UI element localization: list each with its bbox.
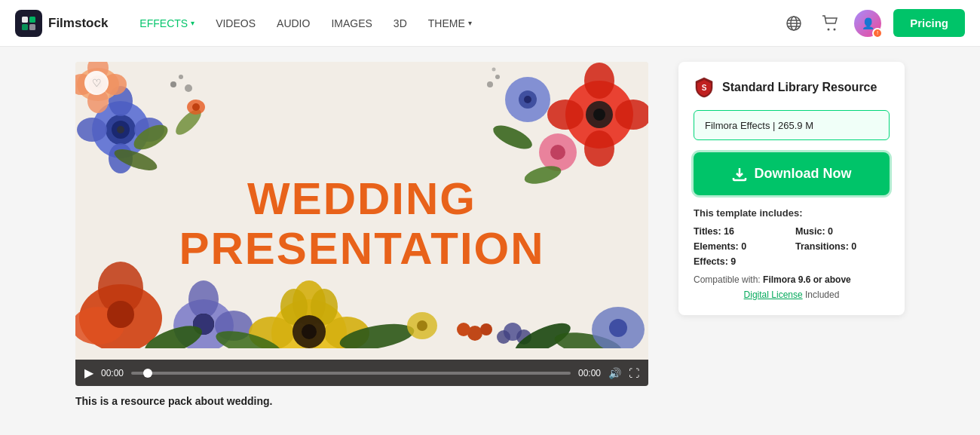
stat-effects: Effects: 9: [694, 256, 788, 267]
nav-audio[interactable]: AUDIO: [268, 11, 319, 35]
download-icon: [732, 167, 747, 182]
wedding-line1: WEDDING: [179, 174, 544, 224]
svg-rect-0: [22, 17, 28, 23]
stat-transitions: Transitions: 0: [795, 241, 890, 252]
svg-point-50: [492, 68, 496, 72]
resource-description: This is a resource pack about wedding.: [75, 395, 660, 407]
main-content: ♡: [0, 47, 980, 435]
svg-point-78: [497, 330, 510, 344]
svg-point-10: [834, 28, 836, 30]
license-suffix: Included: [805, 289, 839, 300]
svg-rect-3: [29, 24, 35, 30]
avatar[interactable]: 👤 !: [854, 10, 881, 37]
nav-effects[interactable]: EFFECTS ▾: [130, 11, 204, 35]
svg-point-56: [188, 280, 219, 318]
stat-music: Music: 0: [795, 226, 890, 237]
svg-point-15: [77, 118, 107, 142]
video-container: ♡: [75, 62, 660, 407]
file-info-text: Filmora Effects | 265.9 M: [705, 120, 813, 131]
play-button[interactable]: ▶: [84, 366, 93, 380]
svg-point-45: [550, 145, 565, 160]
globe-icon[interactable]: [782, 11, 806, 35]
header: Filmstock EFFECTS ▾ VIDEOS AUDIO IMAGES …: [0, 0, 980, 47]
svg-point-49: [487, 81, 493, 87]
svg-rect-2: [22, 24, 28, 30]
compatible-value: Filmora 9.6 or above: [763, 274, 851, 285]
svg-point-46: [490, 121, 535, 154]
file-info-box: Filmora Effects | 265.9 M: [694, 110, 890, 140]
end-time: 00:00: [578, 368, 601, 378]
shield-icon: S: [694, 77, 715, 98]
favorite-button[interactable]: ♡: [84, 71, 109, 95]
svg-point-74: [480, 323, 492, 335]
logo-area[interactable]: Filmstock: [15, 10, 108, 37]
resource-header: S Standard Library Resource: [694, 77, 890, 98]
svg-point-43: [524, 96, 531, 103]
video-controls: ▶ 00:00 00:00 🔊 ⛶: [75, 360, 648, 386]
resource-title: Standard Library Resource: [722, 81, 877, 94]
svg-point-35: [584, 63, 614, 99]
cart-icon[interactable]: [818, 11, 842, 35]
stat-titles: Titles: 16: [694, 226, 788, 237]
svg-point-37: [547, 100, 583, 130]
chevron-down-icon: ▾: [191, 19, 194, 27]
nav-images[interactable]: IMAGES: [322, 11, 381, 35]
digital-license-link[interactable]: Digital License: [744, 289, 803, 300]
license-text: Digital License Included: [694, 289, 890, 300]
svg-point-48: [495, 75, 500, 79]
svg-point-21: [185, 84, 192, 92]
video-bg: ♡: [75, 62, 648, 386]
svg-point-75: [457, 323, 470, 336]
svg-rect-1: [29, 17, 35, 23]
svg-point-20: [179, 75, 183, 79]
pricing-button[interactable]: Pricing: [893, 9, 965, 37]
compatible-text: Compatible with: Filmora 9.6 or above: [694, 274, 890, 285]
stat-elements: Elements: 0: [694, 241, 788, 252]
logo-icon: [15, 10, 42, 37]
template-includes-label: This template includes:: [694, 207, 890, 219]
svg-point-18: [117, 126, 124, 133]
video-player: ♡: [75, 62, 648, 386]
progress-bar[interactable]: [131, 372, 571, 375]
nav-3d[interactable]: 3D: [384, 11, 416, 35]
svg-point-82: [609, 319, 627, 337]
svg-point-54: [107, 301, 134, 328]
logo-text: Filmstock: [48, 16, 108, 31]
svg-point-67: [302, 324, 317, 339]
download-button[interactable]: Download Now: [694, 152, 890, 195]
wedding-line2: PRESENTATION: [179, 224, 544, 274]
header-right: 👤 ! Pricing: [782, 9, 965, 37]
avatar-badge: !: [872, 28, 883, 38]
fullscreen-button[interactable]: ⛶: [629, 367, 639, 379]
svg-point-9: [828, 28, 830, 30]
volume-button[interactable]: 🔊: [608, 367, 621, 379]
svg-point-19: [170, 81, 176, 87]
current-time: 00:00: [101, 368, 124, 378]
progress-indicator: [143, 369, 152, 378]
nav-theme[interactable]: THEME ▾: [419, 11, 481, 35]
svg-point-72: [417, 320, 427, 331]
template-stats-grid: Titles: 16 Music: 0 Elements: 0 Transiti…: [694, 226, 890, 267]
svg-point-33: [192, 103, 200, 111]
svg-point-36: [584, 130, 614, 167]
wedding-title-text: WEDDING PRESENTATION: [179, 174, 544, 274]
svg-text:S: S: [702, 84, 707, 92]
svg-point-40: [593, 109, 605, 121]
nav-videos[interactable]: VIDEOS: [207, 11, 265, 35]
main-nav: EFFECTS ▾ VIDEOS AUDIO IMAGES 3D THEME ▾: [130, 11, 782, 35]
chevron-down-icon-theme: ▾: [468, 19, 472, 27]
sidebar: S Standard Library Resource Filmora Effe…: [678, 62, 905, 315]
